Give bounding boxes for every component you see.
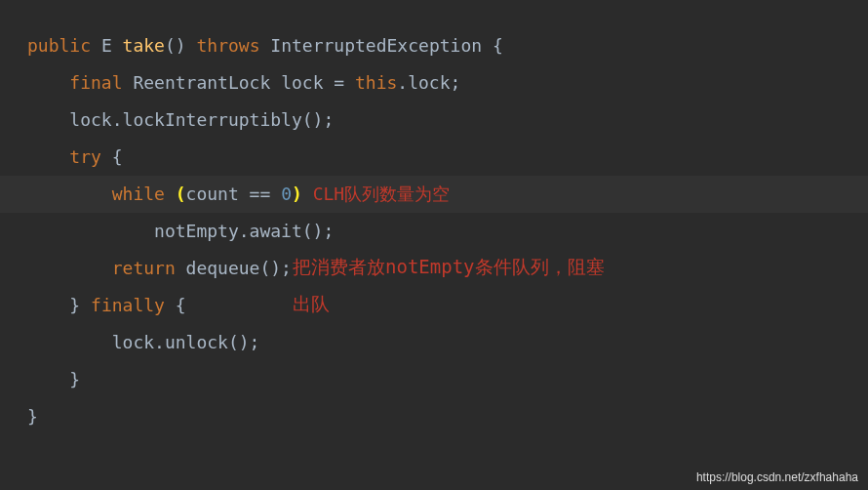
code-line-5-highlighted: while (count == 0) CLH队列数量为空 xyxy=(0,176,868,213)
keyword-final: final xyxy=(69,72,122,93)
method-call: lock.lockInterruptibly(); xyxy=(69,109,334,130)
await-call: notEmpty.await(); xyxy=(154,221,334,241)
code-line-9: lock.unlock(); xyxy=(27,324,868,361)
code-line-2: final ReentrantLock lock = this.lock; xyxy=(27,64,868,102)
var-decl: lock = xyxy=(281,72,355,93)
indent xyxy=(27,184,112,204)
dequeue-call: dequeue(); xyxy=(176,258,292,278)
indent xyxy=(27,295,69,315)
code-line-10: } xyxy=(27,361,868,398)
indent xyxy=(27,258,112,278)
watermark-text: https://blog.csdn.net/zxfhahaha xyxy=(696,470,858,484)
brace-close: } xyxy=(69,369,80,389)
type-reentrantlock: ReentrantLock xyxy=(133,72,270,93)
keyword-return: return xyxy=(112,258,176,278)
keyword-while: while xyxy=(112,184,165,204)
unlock-call: lock.unlock(); xyxy=(112,332,260,352)
code-editor: public E take() throws InterruptedExcept… xyxy=(0,0,868,435)
condition-expr: count == xyxy=(186,184,282,204)
keyword-try: try xyxy=(69,146,101,167)
indent xyxy=(27,146,69,167)
keyword-public: public xyxy=(27,35,91,56)
keyword-throws: throws xyxy=(196,35,259,56)
indent xyxy=(27,221,154,241)
annotation-consumer: 把消费者放notEmpty条件队列，阻塞 xyxy=(293,248,605,285)
indent xyxy=(27,369,69,389)
return-type: E xyxy=(101,35,112,56)
paren-open-highlight: ( xyxy=(176,184,186,204)
brace-close: } xyxy=(27,406,38,427)
indent xyxy=(27,109,69,130)
brace-open: { xyxy=(101,146,123,167)
keyword-this: this xyxy=(355,72,397,93)
code-line-1: public E take() throws InterruptedExcept… xyxy=(27,27,868,64)
code-line-4: try { xyxy=(27,139,868,176)
number-zero: 0 xyxy=(281,184,292,204)
exception-type: InterruptedException xyxy=(270,35,482,56)
field-access: .lock; xyxy=(397,72,460,93)
parentheses: () xyxy=(165,35,186,56)
keyword-finally: finally xyxy=(91,295,165,315)
code-line-8: } finally { xyxy=(27,287,868,324)
brace-close: } xyxy=(69,295,91,315)
code-line-11: } xyxy=(27,398,868,435)
indent xyxy=(27,72,69,93)
space-paren xyxy=(165,184,176,204)
code-line-6: notEmpty.await(); xyxy=(27,213,868,250)
annotation-clh: CLH队列数量为空 xyxy=(302,184,450,204)
annotation-dequeue: 出队 xyxy=(293,285,330,322)
brace-open: { xyxy=(165,295,186,315)
paren-close-highlight: ) xyxy=(292,184,302,204)
method-name: take xyxy=(123,35,165,56)
indent xyxy=(27,332,112,352)
code-line-3: lock.lockInterruptibly(); xyxy=(27,102,868,139)
brace-open: { xyxy=(482,35,503,56)
